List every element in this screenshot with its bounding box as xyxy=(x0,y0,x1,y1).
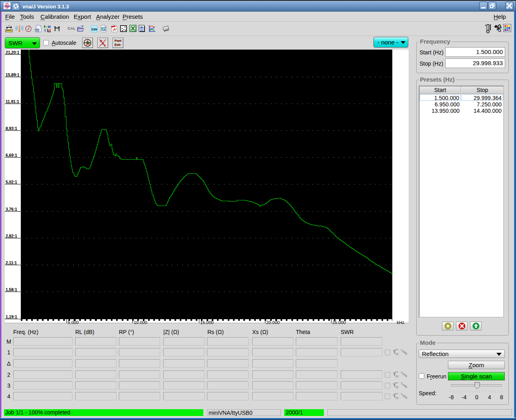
svg-text:A: A xyxy=(8,4,10,8)
svg-text:M: M xyxy=(396,396,399,400)
svg-text:csv: csv xyxy=(92,27,97,31)
svg-text:JPG: JPG xyxy=(102,28,107,30)
svg-text:>: > xyxy=(143,26,145,30)
svg-text:M: M xyxy=(396,352,399,356)
svg-text:M: M xyxy=(48,25,51,29)
svg-text:T: T xyxy=(44,29,46,32)
svg-text:E: E xyxy=(406,375,408,378)
svg-text:E: E xyxy=(406,396,408,399)
svg-text:?: ? xyxy=(8,25,10,28)
svg-text:M: M xyxy=(396,385,399,389)
svg-text:E: E xyxy=(406,352,408,355)
svg-text:E: E xyxy=(406,386,408,388)
svg-text:M: M xyxy=(396,374,399,378)
svg-text:V: V xyxy=(4,4,6,8)
svg-text:N: N xyxy=(6,4,8,8)
